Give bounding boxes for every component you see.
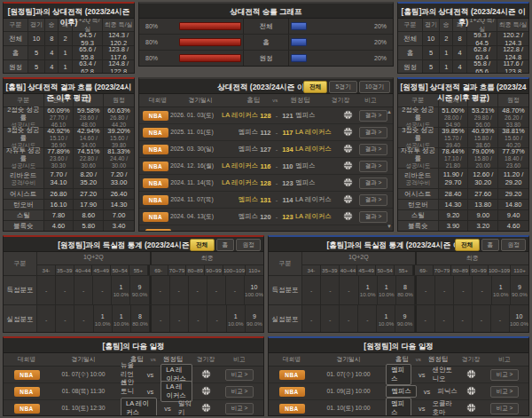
filter-tab[interactable]: 전체: [455, 239, 480, 251]
distribution-cell: -: [74, 276, 93, 304]
range-header: 45~49: [92, 265, 111, 275]
stat-value: 40.92%15.10 / 36.90: [44, 128, 74, 147]
filter-tab[interactable]: 전체: [190, 239, 215, 251]
scoring-filter-tabs: 전체홈원정: [190, 239, 261, 251]
range-header: 100~109: [223, 265, 246, 275]
result-button[interactable]: 결과 >: [359, 177, 388, 189]
game-date: 2024. 11. 14(목): [168, 178, 215, 187]
game-row-partial: NBA: [139, 225, 393, 231]
league-badge: NBA: [145, 229, 171, 232]
stat-value: 65.6 / 55.8: [73, 46, 104, 59]
percent-value: 90.0%: [512, 291, 528, 297]
range-header: 100~109: [489, 265, 511, 275]
score-separator: -: [273, 213, 280, 221]
flow-row: 턴오버14.3013.8014.80: [398, 200, 528, 210]
result-button[interactable]: 결과 >: [359, 211, 388, 223]
schedule-row: [홈팀]의 다음 일정 대회명 경기일시 홈팀 vs 원정팀 경기장 비고 NB…: [3, 336, 529, 416]
basketball-icon: [201, 400, 211, 416]
compare-button[interactable]: 비교 >: [490, 369, 520, 381]
empty-value: -: [462, 317, 464, 323]
graph-row-label: 홈: [243, 35, 289, 50]
row-label-text: 턴오버: [13, 201, 34, 209]
row-label: 블록슛: [398, 221, 439, 231]
stat-main-value: 27.20: [80, 190, 97, 198]
stat-main-value: 9.00: [476, 211, 489, 219]
away-bar-track: [291, 22, 369, 30]
scroll-down-icon[interactable]: ▼: [387, 224, 392, 229]
filter-tab[interactable]: 홈: [216, 239, 235, 251]
filter-tab[interactable]: 5경기: [329, 81, 356, 93]
games-list[interactable]: ▲ ▼ NBA2026. 01. 03(토)LA 레이커스128-121멤피스결…: [139, 107, 393, 231]
stat-value: 3.20: [468, 221, 498, 231]
empty-value: -: [215, 317, 217, 323]
compare-button[interactable]: 비교 >: [490, 403, 520, 414]
scroll-up-icon[interactable]: ▲: [387, 109, 392, 114]
distribution-cell: -: [207, 305, 226, 333]
filter-tab[interactable]: 원정: [501, 239, 526, 251]
stat-value: 7.80: [44, 210, 74, 220]
filter-tab[interactable]: 홈: [481, 239, 500, 251]
stat-main-value: 28.40: [445, 190, 462, 198]
group-header: 최종: [150, 252, 263, 264]
distribution-cell: -: [93, 276, 112, 304]
result-button[interactable]: 결과 >: [359, 127, 388, 138]
row-label: 리바운드공격/수비: [4, 169, 44, 188]
basketball-icon: [343, 107, 353, 123]
stat-value: 117.6 / 123.8: [497, 60, 528, 74]
stat-value: 53.21%29.80 / 56.00: [468, 107, 498, 127]
range-header: 50~54: [376, 265, 395, 275]
home-win-bar: [179, 38, 241, 46]
away-win-bar: [291, 22, 307, 30]
stat-main-value: 7.00: [113, 211, 126, 219]
scoring-row: 득점분포----110.0%990.0%-----10100.0%: [4, 276, 263, 305]
filter-tab[interactable]: 전체: [303, 81, 328, 93]
result-button[interactable]: 결과 >: [359, 110, 388, 122]
distribution-cell: 110.0%: [359, 276, 378, 304]
stat-value: 2: [440, 32, 453, 45]
panel-title: [원정팀]의 다음 일정: [269, 338, 528, 353]
stat-main-value: 4.60: [507, 222, 520, 230]
range-header: 110+: [511, 265, 528, 275]
filter-tab[interactable]: 원정: [236, 239, 261, 251]
distribution-cell: 110.0%: [492, 276, 511, 304]
compare-button[interactable]: 비교 >: [225, 369, 254, 381]
distribution-cell: -: [74, 305, 93, 333]
empty-value: -: [101, 288, 103, 294]
flow-row: 자유투 성공률성공/시도78.44%17.10 / 21.8079.00%15.…: [398, 148, 528, 169]
column-header: 경기일시: [173, 96, 228, 105]
stat-value: 81.33%24.40 / 30.00: [104, 148, 134, 168]
percent-value: 10.0%: [493, 291, 509, 297]
home-bar-track: [163, 54, 241, 62]
stat-main-value: 38.81%: [502, 127, 524, 135]
league-badge: NBA: [143, 212, 168, 222]
count-value: 8: [403, 284, 407, 291]
count-value: 1: [385, 284, 388, 291]
empty-value: -: [160, 317, 161, 323]
stat-main-value: 8.60: [82, 211, 95, 219]
range-header: 40~44: [340, 265, 358, 275]
filter-tab[interactable]: 10경기: [359, 81, 390, 93]
result-button[interactable]: 결과 >: [359, 144, 388, 155]
row-label: 리바운드공격/수비: [398, 169, 439, 188]
result-button[interactable]: 결과 >: [359, 194, 388, 206]
compare-button[interactable]: 비교 >: [225, 386, 254, 398]
compare-button[interactable]: 비교 >: [225, 403, 254, 414]
game-datetime: 01. 09(금) 10:00: [311, 387, 386, 396]
away-flow-panel: [원정팀] 상대전적 결과 흐름 (2023/24시즌 이후 평균) 구분전체홈…: [397, 77, 529, 232]
game-date: 2025. 11. 01(토): [168, 128, 215, 137]
result-button[interactable]: 결과 >: [359, 161, 388, 172]
stat-value: 26.40: [104, 189, 134, 199]
compare-button[interactable]: 비교 >: [490, 386, 520, 398]
distribution-cell: -: [302, 276, 321, 304]
distribution-cell: -: [415, 276, 435, 304]
away-score: 110: [280, 162, 295, 170]
flow-row: 턴오버16.1017.9014.30: [4, 200, 134, 210]
home-score: 116: [258, 162, 273, 170]
row-label: 어시스트: [4, 189, 44, 199]
row-label-text: 리바운드: [10, 171, 36, 179]
home-team-name: 멤피스: [215, 212, 258, 221]
stat-main-value: 12.60 / 30.20: [469, 170, 497, 186]
flow-row: 2점슛 성공률성공/시도51.00%28.00 / 54.9053.21%29.…: [398, 107, 528, 128]
count-value: 10: [516, 313, 523, 320]
stat-main-value: 9.20: [447, 211, 460, 219]
